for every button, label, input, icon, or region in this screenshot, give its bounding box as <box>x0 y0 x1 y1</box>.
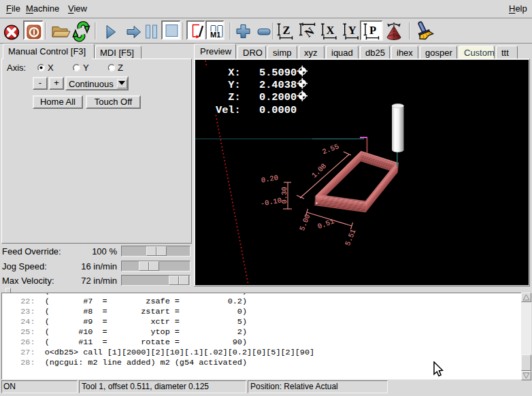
svg-text:P: P <box>369 24 376 37</box>
svg-text:0.20: 0.20 <box>261 174 279 184</box>
svg-text:Y: Y <box>348 24 356 37</box>
svg-text:Y:: Y: <box>228 79 240 91</box>
svg-text:5.5090: 5.5090 <box>259 67 297 79</box>
svg-text:X:: X: <box>228 67 240 79</box>
svg-text:Z: Z <box>282 24 290 37</box>
svg-text:X: X <box>326 24 334 37</box>
svg-text:Z:: Z: <box>228 91 240 103</box>
svg-text:1.08: 1.08 <box>310 162 328 180</box>
svg-text:2.55: 2.55 <box>321 142 340 156</box>
svg-text:-0.10: -0.10 <box>260 196 282 208</box>
svg-text:5.00: 5.00 <box>298 213 312 232</box>
svg-text:N: N <box>302 24 316 39</box>
svg-text:0.51: 0.51 <box>316 217 335 231</box>
svg-text:2.4038: 2.4038 <box>259 79 297 91</box>
svg-text:Vel:: Vel: <box>216 104 241 116</box>
svg-text:5.51: 5.51 <box>344 228 358 247</box>
svg-text:M1: M1 <box>210 31 220 39</box>
svg-text:0.2000: 0.2000 <box>259 91 297 103</box>
svg-text:0.30: 0.30 <box>280 186 288 203</box>
svg-text:0.0000: 0.0000 <box>259 104 297 116</box>
